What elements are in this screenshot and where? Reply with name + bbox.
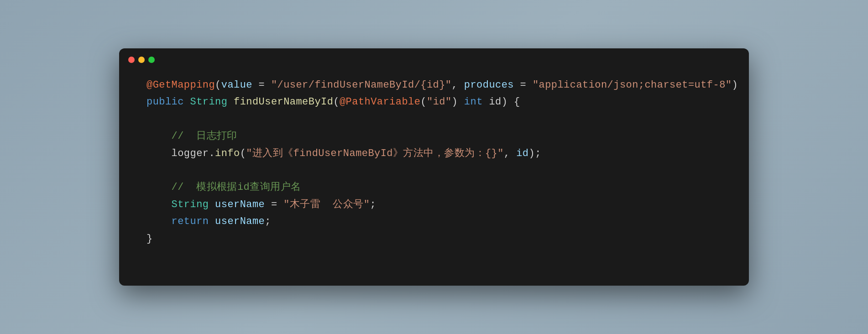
code-line-3	[146, 111, 722, 128]
code-line-2: public String findUserNameById(@PathVari…	[146, 94, 722, 110]
titlebar	[119, 48, 749, 68]
code-line-6	[146, 162, 722, 179]
close-button[interactable]	[128, 57, 135, 63]
code-line-1: @GetMapping(value = "/user/findUserNameB…	[146, 77, 722, 94]
code-window: @GetMapping(value = "/user/findUserNameB…	[119, 48, 749, 286]
code-line-9: return userName;	[146, 213, 722, 230]
code-editor: @GetMapping(value = "/user/findUserNameB…	[119, 68, 749, 270]
maximize-button[interactable]	[148, 57, 155, 63]
code-line-7: // 模拟根据id查询用户名	[146, 179, 722, 196]
code-line-8: String userName = "木子雷 公众号";	[146, 196, 722, 213]
code-line-4: // 日志打印	[146, 128, 722, 145]
annotation: @GetMapping	[146, 79, 215, 91]
minimize-button[interactable]	[138, 57, 145, 63]
code-line-5: logger.info("进入到《findUserNameById》方法中，参数…	[146, 145, 722, 162]
code-line-10: }	[146, 230, 722, 247]
